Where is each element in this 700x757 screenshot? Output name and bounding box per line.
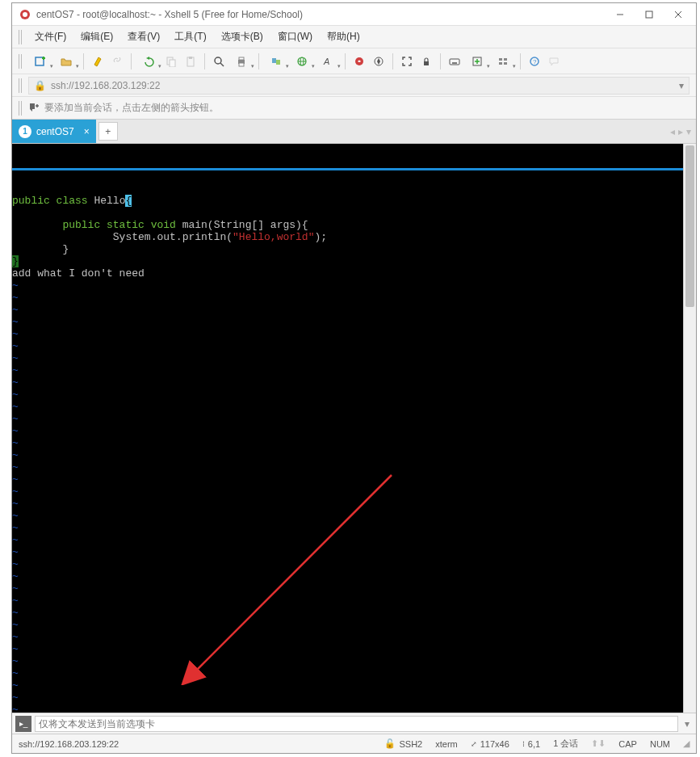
refresh-button[interactable]: ▾ — [136, 53, 161, 70]
menu-file[interactable]: 文件(F) — [28, 27, 73, 47]
address-field[interactable]: 🔒 ssh://192.168.203.129:22 ▾ — [28, 77, 690, 95]
paste-button[interactable] — [182, 53, 199, 70]
svg-rect-36 — [499, 58, 502, 61]
address-bar: 🔒 ssh://192.168.203.129:22 ▾ — [12, 74, 696, 97]
status-session: 1 会话 — [553, 738, 578, 750]
grip-icon — [19, 30, 23, 44]
copy-button[interactable] — [162, 53, 180, 70]
font-button[interactable]: A▾ — [316, 53, 340, 70]
grip-icon — [19, 78, 23, 93]
svg-text:A: A — [323, 57, 329, 66]
tab-bar: 1 centOS7 × + ◂ ▸ ▾ — [12, 120, 696, 144]
lock-icon: 🔒 — [34, 80, 46, 91]
svg-rect-12 — [189, 57, 192, 59]
status-num: NUM — [650, 739, 670, 749]
transfer-button[interactable]: ▾ — [264, 53, 288, 70]
print-button[interactable]: ▾ — [229, 53, 254, 70]
send-target-icon[interactable]: ▸_ — [15, 716, 31, 732]
status-url: ssh://192.168.203.129:22 — [19, 739, 119, 749]
help-button[interactable]: ? — [526, 53, 543, 70]
window-title: centOS7 - root@localhost:~ - Xshell 5 (F… — [36, 9, 606, 20]
send-bar: ▸_ ▾ — [12, 713, 696, 734]
svg-rect-17 — [239, 63, 244, 66]
svg-rect-18 — [272, 58, 276, 63]
status-size: 117x46 — [480, 739, 509, 749]
close-button[interactable] — [664, 4, 693, 25]
chat-button[interactable] — [545, 53, 563, 70]
menu-window[interactable]: 窗口(W) — [271, 27, 319, 47]
updown-icon: ⬆⬇ — [591, 738, 606, 749]
svg-rect-10 — [170, 60, 175, 67]
layout-button[interactable]: ▾ — [491, 53, 515, 70]
search-button[interactable] — [210, 53, 228, 70]
tab-label: centOS7 — [36, 126, 74, 137]
open-session-button[interactable]: ▾ — [54, 53, 78, 70]
svg-rect-26 — [424, 61, 429, 65]
status-cursor: 6,1 — [528, 739, 540, 749]
send-input[interactable] — [35, 716, 678, 732]
tab-prev-icon[interactable]: ◂ — [670, 126, 675, 137]
grip-icon — [19, 101, 23, 116]
minimize-button[interactable] — [606, 4, 635, 25]
add-session-icon[interactable] — [28, 101, 40, 115]
tab-next-icon[interactable]: ▸ — [678, 126, 683, 137]
status-cap: CAP — [618, 739, 637, 749]
resize-grip-icon[interactable]: ◢ — [683, 738, 690, 749]
lock-icon: 🔓 — [384, 738, 396, 749]
svg-point-1 — [23, 12, 27, 17]
add-button[interactable]: ▾ — [465, 53, 489, 70]
status-bar: ssh://192.168.203.129:22 🔓SSH2 xterm ⤢ 1… — [12, 734, 696, 753]
status-term: xterm — [435, 739, 458, 749]
svg-text:?: ? — [533, 58, 537, 65]
scrollbar-thumb[interactable] — [685, 145, 694, 307]
svg-rect-19 — [276, 60, 280, 65]
highlight-button[interactable] — [89, 53, 107, 70]
new-tab-button[interactable]: + — [99, 122, 118, 141]
svg-rect-37 — [504, 58, 507, 61]
menu-tools[interactable]: 工具(T) — [168, 27, 212, 47]
menu-bar: 文件(F) 编辑(E) 查看(V) 工具(T) 选项卡(B) 窗口(W) 帮助(… — [12, 26, 696, 48]
menu-help[interactable]: 帮助(H) — [321, 27, 367, 47]
compass-button[interactable] — [370, 53, 388, 70]
tab-close-icon[interactable]: × — [84, 126, 90, 137]
tab-badge: 1 — [19, 125, 31, 138]
fullscreen-button[interactable] — [398, 53, 416, 70]
terminal[interactable]: public class Hello{ public static void m… — [12, 144, 683, 713]
vertical-scrollbar[interactable] — [683, 144, 696, 713]
menu-tabs[interactable]: 选项卡(B) — [215, 27, 270, 47]
new-session-button[interactable]: ▾ — [28, 53, 52, 70]
maximize-button[interactable] — [635, 4, 664, 25]
globe-button[interactable]: ▾ — [290, 53, 314, 70]
dropdown-icon[interactable]: ▾ — [679, 80, 684, 91]
svg-rect-27 — [450, 59, 459, 65]
terminal-content: public class Hello{ public static void m… — [12, 195, 683, 713]
status-ssh: SSH2 — [399, 739, 422, 749]
svg-rect-38 — [499, 62, 502, 65]
info-text: 要添加当前会话，点击左侧的箭头按钮。 — [44, 101, 219, 115]
lock-button[interactable] — [417, 53, 435, 70]
toolbar: ▾ ▾ ▾ ▾ ▾ ▾ A▾ ▾ ▾ ? — [12, 48, 696, 74]
bird-button[interactable] — [350, 53, 368, 70]
svg-rect-3 — [646, 11, 652, 18]
send-dropdown-icon[interactable]: ▾ — [681, 718, 693, 730]
grip-icon — [19, 54, 23, 69]
svg-point-13 — [215, 57, 221, 64]
menu-edit[interactable]: 编辑(E) — [74, 27, 119, 47]
address-text: ssh://192.168.203.129:22 — [51, 80, 160, 91]
link-button[interactable] — [108, 53, 126, 70]
info-bar: 要添加当前会话，点击左侧的箭头按钮。 — [12, 97, 696, 120]
svg-rect-39 — [504, 62, 507, 65]
tab-list-icon[interactable]: ▾ — [686, 126, 691, 137]
svg-rect-16 — [239, 57, 244, 60]
menu-view[interactable]: 查看(V) — [121, 27, 166, 47]
app-icon — [19, 8, 31, 21]
tab-centos7[interactable]: 1 centOS7 × — [12, 120, 96, 143]
keyboard-button[interactable] — [446, 53, 463, 70]
svg-line-14 — [220, 63, 224, 66]
